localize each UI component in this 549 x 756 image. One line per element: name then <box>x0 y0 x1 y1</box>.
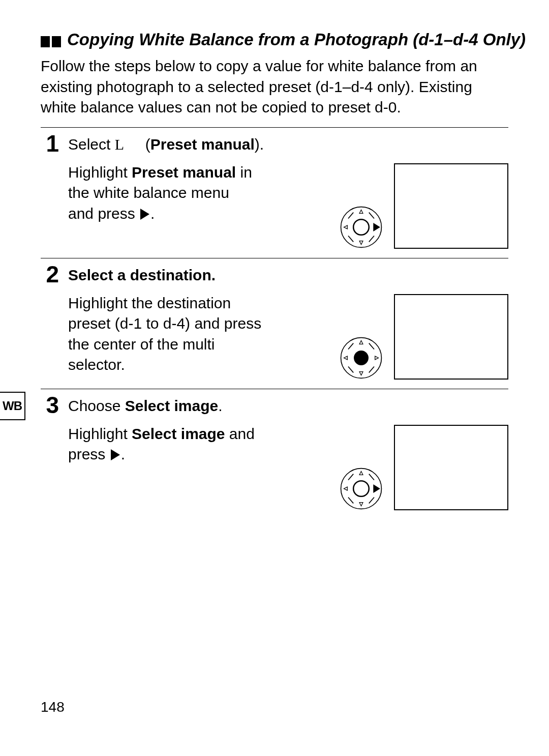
step-number: 2 <box>41 263 59 286</box>
multi-selector-right-icon <box>340 206 383 249</box>
heading-text: Copying White Balance from a Photograph … <box>67 30 526 49</box>
step-number: 1 <box>41 132 59 155</box>
divider <box>41 258 508 258</box>
page-number: 148 <box>41 699 65 715</box>
step-number: 3 <box>41 393 59 417</box>
step-graphics <box>340 133 508 249</box>
step-body: Highlight Preset manual in the white bal… <box>68 162 266 224</box>
step-title: Select L (Preset manual). <box>68 136 330 153</box>
svg-point-11 <box>354 351 369 365</box>
right-arrow-icon <box>140 209 149 220</box>
preset-symbol: L <box>115 136 124 153</box>
section-heading: Copying White Balance from a Photograph … <box>41 31 508 51</box>
intro-paragraph: Follow the steps below to copy a value f… <box>41 56 508 118</box>
svg-point-17 <box>353 481 369 497</box>
step-title: Choose Select image. <box>68 397 330 415</box>
step-2: 2 Select a destination. Highlight the de… <box>41 264 508 380</box>
step-3: 3 Choose Select image. Highlight Select … <box>41 394 508 510</box>
divider <box>41 389 508 389</box>
multi-selector-right-icon <box>340 467 383 510</box>
step-body: Highlight Select image and press . <box>68 424 266 465</box>
heading-bullet-icon <box>41 33 63 51</box>
divider <box>41 127 508 128</box>
step-body: Highlight the destination preset (d-1 to… <box>68 293 266 375</box>
lcd-preview-placeholder <box>394 425 508 510</box>
step-graphics <box>340 264 508 380</box>
svg-point-5 <box>353 219 369 235</box>
step-text: Choose Select image. Highlight Select im… <box>68 394 330 465</box>
manual-page: Copying White Balance from a Photograph … <box>0 0 549 756</box>
step-text: Select a destination. Highlight the dest… <box>68 264 330 375</box>
right-arrow-icon <box>111 449 120 460</box>
step-graphics <box>340 394 508 510</box>
multi-selector-center-icon <box>340 336 383 380</box>
step-title: Select a destination. <box>68 267 330 284</box>
wb-section-tab-icon: WB <box>0 392 25 420</box>
step-1: 1 Select L (Preset manual). Highlight Pr… <box>41 133 508 249</box>
step-text: Select L (Preset manual). Highlight Pres… <box>68 133 330 224</box>
lcd-preview-placeholder <box>394 163 508 249</box>
lcd-preview-placeholder <box>394 294 508 380</box>
